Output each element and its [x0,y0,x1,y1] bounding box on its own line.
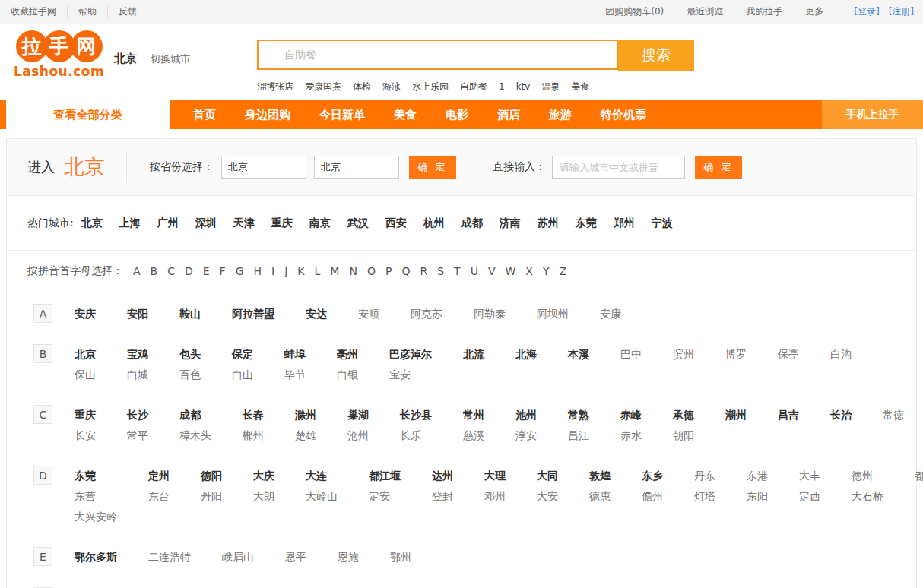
nav-item[interactable]: 今日新单 [319,108,365,122]
search-input[interactable] [257,40,618,70]
province-confirm-button[interactable]: 确 定 [409,156,456,179]
city-link[interactable]: 大朗 [253,490,306,504]
switch-city-link[interactable]: 切换城市 [151,53,190,65]
hot-city-link[interactable]: 深圳 [195,217,217,229]
city-link[interactable]: 保亭 [778,348,830,362]
city-link[interactable]: 二连浩特 [148,551,222,564]
city-link[interactable]: 安康 [600,308,652,321]
city-link[interactable]: 大石桥 [852,490,915,504]
letter-link[interactable]: F [220,265,226,277]
topbar-link[interactable]: 最近浏览 [687,5,723,18]
city-link[interactable]: 安达 [306,308,358,321]
letter-link[interactable]: R [420,265,427,277]
city-link[interactable]: 阿坝州 [537,308,600,321]
nav-item[interactable]: 首页 [193,108,216,122]
province-select[interactable] [221,156,306,179]
letter-link[interactable]: Y [543,265,550,277]
letter-link[interactable]: U [471,265,478,277]
letter-link[interactable]: H [254,265,262,277]
hot-city-link[interactable]: 郑州 [614,217,635,229]
hot-keyword-link[interactable]: 美食 [571,81,589,92]
city-link[interactable]: 成都 [179,409,243,422]
city-link[interactable]: 鄂州 [390,551,442,564]
city-link[interactable]: 常平 [127,429,179,443]
city-link[interactable]: 包头 [179,348,232,362]
city-link[interactable]: 都匀 [915,469,923,483]
city-link[interactable]: 百色 [179,368,232,382]
auth-link[interactable]: [登录] [854,5,879,18]
city-link[interactable]: 滁州 [295,409,347,422]
city-link[interactable]: 大兴安岭 [75,511,148,524]
city-link[interactable]: 东台 [148,490,201,504]
city-link[interactable]: 巴彦淖尔 [389,348,463,362]
city-direct-input[interactable] [552,156,685,179]
city-link[interactable]: 宝安 [389,368,463,382]
city-link[interactable]: 池州 [515,409,568,422]
city-link[interactable]: 定安 [369,490,432,504]
city-link[interactable]: 白沟 [830,348,883,362]
city-link[interactable]: 承德 [673,409,725,422]
nav-item[interactable]: 酒店 [497,108,520,122]
city-link[interactable]: 定西 [799,490,852,504]
hot-city-link[interactable]: 天津 [233,217,255,229]
hot-keyword-link[interactable]: 水上乐园 [412,81,449,92]
lashou-logo[interactable]: 拉 手 网 Lashou.com [8,30,110,79]
city-link[interactable]: 赤水 [620,429,673,443]
city-link[interactable]: 朝阳 [673,429,725,443]
city-link[interactable]: 大丰 [799,469,852,483]
city-link[interactable]: 博罗 [725,348,778,362]
letter-badge[interactable]: E [33,547,52,566]
all-categories-tab[interactable]: 查看全部分类 [6,100,170,129]
hot-city-link[interactable]: 成都 [462,217,483,229]
hot-city-link[interactable]: 东莞 [576,217,597,229]
hot-keyword-link[interactable]: 淄博张店 [257,81,293,92]
city-link[interactable]: 巴中 [620,348,673,362]
city-link[interactable]: 常德 [883,409,923,422]
letter-link[interactable]: S [437,265,444,277]
city-link[interactable]: 达州 [432,469,484,483]
city-link[interactable]: 阿拉善盟 [232,308,306,321]
city-link[interactable]: 本溪 [568,348,620,362]
city-link[interactable]: 蚌埠 [284,348,337,362]
nav-item[interactable]: 美食 [394,108,417,122]
hot-city-link[interactable]: 重庆 [271,217,293,229]
city-link[interactable]: 北海 [515,348,568,362]
letter-link[interactable]: I [271,265,274,277]
letter-link[interactable]: C [167,265,175,277]
topbar-link[interactable]: 反馈 [108,5,147,18]
city-link[interactable]: 常州 [463,409,515,422]
city-link[interactable]: 昌江 [568,429,620,443]
topbar-link[interactable]: 团购购物车(0) [605,5,664,18]
city-link[interactable]: 北流 [463,348,515,362]
hot-city-link[interactable]: 南京 [309,217,331,229]
mobile-lashou-link[interactable]: 手机上拉手 [822,100,923,129]
hot-city-link[interactable]: 武汉 [347,217,369,229]
letter-link[interactable]: W [505,265,515,277]
letter-link[interactable]: E [203,265,210,277]
topbar-link[interactable]: 我的拉手 [746,5,782,18]
city-link[interactable]: 长治 [830,409,883,422]
hot-keyword-link[interactable]: 游泳 [382,81,401,92]
city-select[interactable] [314,156,399,179]
nav-item[interactable]: 身边团购 [245,108,290,122]
city-link[interactable]: 赤峰 [620,409,673,422]
hot-keyword-link[interactable]: 自助餐 [460,81,487,92]
letter-link[interactable]: N [349,265,357,277]
letter-badge[interactable]: B [33,344,52,363]
city-link[interactable]: 安庆 [75,308,127,321]
letter-link[interactable]: T [454,265,461,277]
city-link[interactable]: 安阳 [127,308,179,321]
city-link[interactable]: 东港 [747,469,799,483]
hot-keyword-link[interactable]: ktv [516,81,531,92]
city-link[interactable]: 潮州 [725,409,778,422]
city-link[interactable]: 白银 [337,368,389,382]
topbar-link[interactable]: 更多 [805,5,823,18]
letter-link[interactable]: K [297,265,304,277]
city-link[interactable]: 邓州 [484,490,537,504]
city-link[interactable]: 敦煌 [589,469,642,483]
letter-link[interactable]: G [236,265,244,277]
city-link[interactable]: 德阳 [201,469,253,483]
city-link[interactable]: 昌吉 [778,409,830,422]
city-link[interactable]: 长沙 [127,409,179,422]
city-link[interactable]: 大同 [537,469,589,483]
